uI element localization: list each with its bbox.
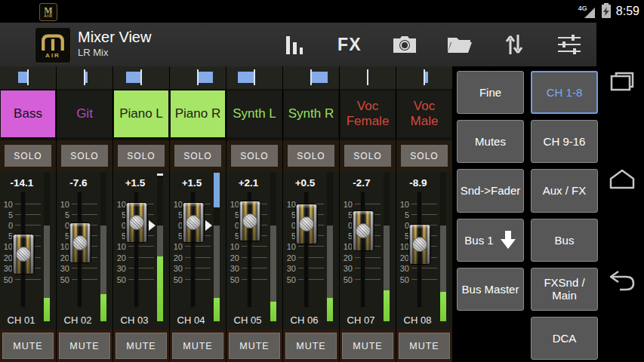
channel-name-button[interactable]: Piano L bbox=[114, 90, 168, 137]
pan-bar bbox=[311, 72, 328, 83]
channel-name-button[interactable]: Synth R bbox=[284, 90, 338, 137]
aux-fx-button[interactable]: Aux / FX bbox=[531, 169, 598, 212]
pan-slider[interactable] bbox=[340, 66, 396, 90]
channel-name-button[interactable]: Synth L bbox=[227, 90, 282, 137]
channel-meter bbox=[44, 171, 50, 322]
xair-logo: AIR bbox=[35, 27, 71, 63]
solo-zone: SOLO bbox=[170, 140, 226, 171]
bus-master-button[interactable]: Bus Master bbox=[457, 268, 524, 311]
mute-button[interactable]: MUTE bbox=[116, 333, 167, 359]
channel-strip: Bass SOLO -14.1 10 5 0 5 10 20 30 50 bbox=[0, 66, 56, 362]
mute-button[interactable]: MUTE bbox=[342, 333, 393, 359]
meters-icon[interactable] bbox=[273, 26, 316, 63]
fader-knob[interactable] bbox=[296, 204, 317, 244]
solo-button[interactable]: SOLO bbox=[61, 145, 108, 167]
fader-knob[interactable] bbox=[239, 201, 260, 241]
channel-number-label: CH 08 bbox=[398, 314, 437, 326]
level-meter bbox=[384, 225, 390, 321]
bus1-button[interactable]: Bus 1 bbox=[457, 219, 524, 262]
mute-button[interactable]: MUTE bbox=[172, 333, 223, 359]
snd-to-fader-button[interactable]: Snd->Fader bbox=[457, 169, 524, 212]
bus1-label: Bus 1 bbox=[464, 234, 493, 247]
status-bar: M AIR 4G 8:59 bbox=[0, 0, 644, 23]
fader-db-value: +2.1 bbox=[228, 177, 269, 189]
fader-knob[interactable] bbox=[409, 225, 430, 264]
back-icon[interactable] bbox=[605, 265, 639, 298]
mute-button[interactable]: MUTE bbox=[285, 333, 337, 359]
pan-slider[interactable] bbox=[226, 66, 282, 90]
solo-button[interactable]: SOLO bbox=[118, 145, 165, 167]
channel-name-button[interactable]: Bass bbox=[1, 90, 55, 137]
fader-knob[interactable] bbox=[69, 223, 91, 262]
channel-number-label: CH 07 bbox=[341, 314, 381, 326]
solo-zone: SOLO bbox=[396, 140, 452, 171]
meter-marker-arrow bbox=[205, 220, 212, 231]
solo-button[interactable]: SOLO bbox=[401, 145, 448, 167]
pan-slider[interactable] bbox=[283, 66, 339, 90]
level-meter bbox=[44, 225, 50, 321]
level-bar bbox=[270, 302, 276, 321]
fxsnd-main-button[interactable]: FXSnd / Main bbox=[531, 268, 598, 311]
fader-knob[interactable] bbox=[13, 235, 34, 274]
fader-zone: +0.5 10 5 0 5 10 20 30 50 CH 06 bbox=[283, 171, 339, 330]
solo-button[interactable]: SOLO bbox=[5, 145, 51, 167]
solo-zone: SOLO bbox=[226, 140, 282, 171]
mute-button[interactable]: MUTE bbox=[229, 333, 280, 359]
fader-db-value: -14.1 bbox=[2, 177, 42, 189]
mutes-button[interactable]: Mutes bbox=[457, 120, 524, 163]
fine-button[interactable]: Fine bbox=[457, 71, 524, 114]
channel-name-zone: Piano L bbox=[113, 89, 169, 140]
home-icon[interactable] bbox=[605, 162, 639, 195]
solo-button[interactable]: SOLO bbox=[231, 145, 278, 167]
level-bar bbox=[157, 256, 163, 321]
mute-button[interactable]: MUTE bbox=[399, 333, 450, 359]
snapshot-camera-icon[interactable] bbox=[384, 26, 426, 63]
bank-ch1-8-button[interactable]: CH 1-8 bbox=[531, 71, 598, 114]
solo-button[interactable]: SOLO bbox=[288, 145, 334, 167]
solo-zone: SOLO bbox=[57, 140, 112, 171]
gain-reduction-meter bbox=[384, 173, 390, 225]
gain-reduction-bar bbox=[214, 173, 220, 207]
level-meter bbox=[327, 225, 333, 321]
fader-zone: -14.1 10 5 0 5 10 20 30 50 CH 01 bbox=[0, 171, 56, 330]
solo-button[interactable]: SOLO bbox=[174, 145, 221, 167]
channel-strip: Git SOLO -7.6 10 5 0 5 10 20 30 50 bbox=[57, 66, 112, 362]
level-bar bbox=[44, 298, 50, 321]
pan-bar bbox=[126, 72, 141, 83]
level-meter bbox=[100, 225, 106, 321]
setup-sliders-icon[interactable] bbox=[548, 26, 590, 63]
pan-center-tick bbox=[310, 69, 312, 85]
pan-slider[interactable] bbox=[0, 66, 56, 90]
recents-icon[interactable] bbox=[605, 66, 639, 100]
bus-button[interactable]: Bus bbox=[531, 219, 598, 262]
fader-knob[interactable] bbox=[353, 211, 374, 250]
pan-center-tick bbox=[140, 69, 142, 85]
pan-center-tick bbox=[197, 69, 199, 85]
pan-slider[interactable] bbox=[396, 66, 452, 90]
channel-name-zone: Piano R bbox=[170, 89, 226, 140]
dca-button[interactable]: DCA bbox=[531, 317, 598, 360]
mute-button[interactable]: MUTE bbox=[59, 333, 110, 359]
channel-name-button[interactable]: Voc Male bbox=[397, 90, 451, 137]
pan-slider[interactable] bbox=[113, 66, 169, 90]
bank-ch9-16-button[interactable]: CH 9-16 bbox=[531, 120, 598, 163]
channel-name-zone: Voc Female bbox=[340, 89, 396, 140]
scenes-folder-icon[interactable] bbox=[438, 26, 480, 63]
pan-slider[interactable] bbox=[170, 66, 226, 90]
pan-slider[interactable] bbox=[57, 66, 112, 90]
channel-name-button[interactable]: Git bbox=[57, 90, 112, 137]
channel-name-button[interactable]: Voc Female bbox=[340, 90, 395, 137]
mute-button[interactable]: MUTE bbox=[2, 333, 54, 359]
cell-signal-icon: 4G bbox=[578, 5, 595, 18]
xair-notification-icon: M AIR bbox=[39, 3, 57, 21]
channel-name-button[interactable]: Piano R bbox=[171, 90, 225, 137]
toolbar: FX bbox=[273, 23, 590, 66]
fx-button[interactable]: FX bbox=[328, 26, 371, 63]
fader-knob[interactable] bbox=[183, 203, 204, 242]
level-bar bbox=[327, 298, 333, 321]
clock: 8:59 bbox=[616, 5, 639, 18]
solo-button[interactable]: SOLO bbox=[344, 145, 391, 167]
fader-knob[interactable] bbox=[126, 203, 147, 242]
sends-updown-icon[interactable] bbox=[493, 26, 535, 63]
channel-strips: Bass SOLO -14.1 10 5 0 5 10 20 30 50 bbox=[0, 66, 452, 362]
